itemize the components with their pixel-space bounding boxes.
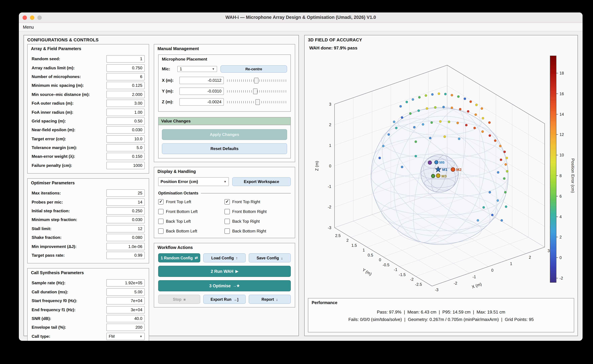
minimize-button[interactable] — [30, 15, 34, 20]
slider-thumb[interactable] — [253, 89, 257, 94]
param-input[interactable]: 2.000 — [106, 91, 145, 98]
checkbox-label: Front Top Left — [166, 199, 191, 204]
param-input[interactable]: 5.0 — [106, 144, 145, 151]
scatter-point — [422, 123, 424, 126]
close-button[interactable] — [23, 15, 27, 20]
menu-item-menu[interactable]: Menu — [23, 24, 34, 29]
param-input[interactable]: 10.0 — [106, 135, 145, 143]
checkbox[interactable]: ✓ — [224, 199, 230, 204]
param-input[interactable]: 1.00 — [106, 109, 145, 116]
optimise-button[interactable]: 3 Optimise →★ — [158, 280, 291, 291]
param-input[interactable]: 0.030 — [106, 216, 145, 224]
param-input[interactable]: 0.99 — [106, 252, 145, 259]
param-input[interactable]: 200 — [106, 324, 145, 331]
octant-checkbox-item[interactable]: ✓Front Top Right — [224, 198, 291, 205]
optimise-label: 3 Optimise — [209, 283, 231, 288]
octant-checkbox-item[interactable]: Back Top Left — [158, 218, 224, 225]
param-input[interactable]: 0.125 — [106, 82, 145, 89]
checkbox[interactable] — [158, 228, 163, 234]
slider-thumb[interactable] — [255, 99, 260, 105]
plot-3d[interactable]: 3 2 1 0 -1 -2 -3 2.5 2 1.5 1 0.5 0 — [307, 52, 575, 294]
octant-checkbox-item[interactable]: Front Bottom Left — [158, 208, 224, 215]
octant-checkbox-item[interactable]: Back Bottom Right — [224, 228, 291, 234]
param-row: Number of microphones:6 — [32, 72, 145, 81]
recentre-button[interactable]: Re-centre — [221, 65, 287, 73]
param-input[interactable]: 1.0e-06 — [106, 243, 145, 250]
save-config-button[interactable]: Save Config ↓ — [248, 253, 291, 262]
slider-thumb[interactable] — [254, 78, 259, 84]
x-input[interactable]: -0.0112 — [179, 77, 224, 84]
param-input[interactable]: 1.92e+05 — [106, 280, 145, 287]
stop-button[interactable]: Stop ■ — [158, 295, 200, 304]
param-input[interactable]: 3e+04 — [106, 306, 145, 313]
checkbox[interactable] — [224, 209, 230, 214]
mic-select-row: Mic: 1 ▼ Re-centre — [162, 64, 287, 74]
param-input[interactable]: 7e+04 — [106, 297, 145, 305]
microphone-placement-panel: Microphone Placement Mic: 1 ▼ Re-centre — [158, 54, 291, 112]
z-slider[interactable] — [227, 98, 287, 105]
z-input[interactable]: -0.0024 — [179, 98, 224, 106]
param-input[interactable]: 6 — [106, 73, 145, 80]
param-row: Envelope tail (%):200 — [32, 323, 145, 332]
param-input[interactable]: 1000 — [106, 162, 145, 169]
mic-m4-marker[interactable] — [431, 174, 435, 178]
export-workspace-button[interactable]: Export Workspace — [232, 177, 291, 186]
param-label: Mean-error weight (λ): — [32, 154, 75, 159]
param-input[interactable]: 14 — [106, 198, 145, 206]
mic-dropdown[interactable]: 1 ▼ — [177, 66, 217, 72]
app-window: WAH-i — Microphone Array Design & Optimi… — [19, 13, 583, 341]
mic-m6-marker[interactable] — [435, 161, 438, 164]
export-run-button[interactable]: Export Run →] — [203, 295, 246, 304]
svg-text:16: 16 — [560, 92, 564, 96]
param-input[interactable]: 25 — [106, 189, 145, 197]
octants-header: Optimisation Octants — [158, 191, 291, 195]
octants-title: Optimisation Octants — [158, 191, 198, 195]
zoom-button[interactable] — [37, 15, 42, 20]
param-input[interactable]: 0.750 — [106, 64, 145, 72]
call-type-dropdown[interactable]: FM ▼ — [106, 332, 145, 340]
y-slider[interactable] — [227, 88, 287, 95]
param-input[interactable]: 40.0 — [106, 315, 145, 322]
checkbox[interactable]: ✓ — [158, 199, 163, 204]
apply-changes-button[interactable]: Apply Changes — [162, 129, 287, 140]
svg-text:3: 3 — [547, 249, 550, 253]
octant-checkbox-item[interactable]: Back Bottom Left — [158, 228, 224, 234]
load-config-button[interactable]: Load Config ↑ — [203, 253, 246, 262]
x-axis-label: X (m) — [471, 282, 482, 289]
param-input[interactable]: 5.00 — [106, 288, 145, 296]
param-input[interactable]: 0.250 — [106, 207, 145, 215]
scatter-point — [412, 98, 414, 101]
report-button[interactable]: Report ↓ — [248, 295, 291, 304]
scatter-point — [475, 114, 477, 116]
param-input[interactable]: 0.030 — [106, 126, 145, 134]
param-input[interactable]: 3.00 — [106, 100, 145, 107]
run-wah-button[interactable]: 2 Run WAH ▶ — [158, 266, 291, 277]
octant-checkbox-item[interactable]: Back Top Right — [224, 218, 291, 225]
array-field-parameters-panel: Array & Field Parameters Random seed:1Ar… — [27, 44, 149, 174]
mic-m3-marker[interactable] — [436, 174, 440, 178]
octant-checkbox-item[interactable]: ✓Front Top Left — [158, 198, 224, 205]
y-input[interactable]: -0.0310 — [179, 87, 224, 95]
param-input[interactable]: 12 — [106, 225, 145, 233]
report-label: Report — [261, 297, 274, 301]
menubar: Menu — [19, 23, 583, 31]
reset-defaults-button[interactable]: Reset Defaults — [162, 143, 287, 154]
param-row: Stall limit:12 — [32, 224, 145, 233]
scatter-point — [401, 117, 403, 119]
svg-text:1: 1 — [329, 143, 331, 148]
param-input[interactable]: 1 — [106, 55, 145, 63]
mic-m2-marker[interactable] — [451, 168, 455, 172]
param-input[interactable]: 0.080 — [106, 234, 145, 241]
param-input[interactable]: 0.50 — [106, 117, 145, 125]
x-slider[interactable] — [227, 77, 287, 84]
checkbox[interactable] — [224, 228, 230, 234]
checkbox[interactable] — [158, 219, 163, 224]
display-controls-row: Position Error (cm) ▼ Export Workspace — [158, 177, 291, 186]
mic-m5-marker[interactable] — [428, 161, 432, 164]
octant-checkbox-item[interactable]: Front Bottom Right — [224, 208, 291, 215]
checkbox[interactable] — [224, 219, 230, 224]
metric-dropdown[interactable]: Position Error (cm) ▼ — [158, 177, 229, 186]
param-input[interactable]: 0.150 — [106, 153, 145, 160]
checkbox[interactable] — [158, 209, 163, 214]
random-config-button[interactable]: 1 Random Config ⇄ — [158, 253, 200, 262]
